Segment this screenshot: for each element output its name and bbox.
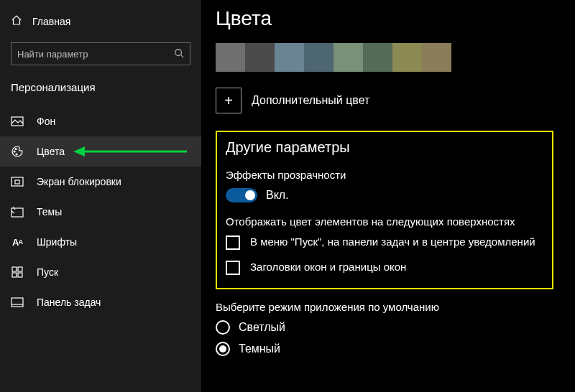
- svg-rect-10: [12, 267, 17, 271]
- color-swatch[interactable]: [363, 43, 392, 72]
- sidebar-item-themes[interactable]: Темы: [0, 197, 201, 227]
- add-custom-color-label: Дополнительный цвет: [252, 94, 369, 107]
- search-input[interactable]: Найти параметр: [11, 42, 190, 65]
- svg-point-3: [15, 149, 17, 150]
- svg-rect-14: [12, 298, 23, 307]
- sidebar-item-label: Панель задач: [37, 297, 101, 308]
- palette-icon: [11, 145, 24, 158]
- radio-light[interactable]: Светлый: [216, 320, 553, 335]
- color-swatch[interactable]: [422, 43, 451, 72]
- sidebar-item-start[interactable]: Пуск: [0, 257, 201, 287]
- svg-rect-13: [18, 273, 22, 277]
- radio-icon: [216, 320, 230, 335]
- checkbox-start-taskbar[interactable]: В меню "Пуск", на панели задач и в центр…: [226, 235, 543, 250]
- svg-point-0: [175, 49, 182, 55]
- sidebar-item-label: Шрифты: [37, 236, 77, 248]
- checkbox-title-bars[interactable]: Заголовки окон и границы окон: [226, 260, 543, 275]
- section-heading: Другие параметры: [226, 139, 543, 156]
- accent-surfaces-label: Отображать цвет элементов на следующих п…: [226, 215, 543, 228]
- search-icon: [174, 48, 184, 60]
- home-link[interactable]: Главная: [0, 7, 201, 35]
- app-mode-label: Выберите режим приложения по умолчанию: [216, 301, 553, 313]
- transparency-label: Эффекты прозрачности: [226, 169, 543, 181]
- sidebar-item-label: Фон: [37, 116, 55, 127]
- sidebar-item-colors[interactable]: Цвета: [0, 136, 201, 167]
- themes-icon: [11, 205, 24, 218]
- taskbar-icon: [11, 296, 24, 309]
- home-icon: [11, 14, 22, 28]
- radio-label: Светлый: [239, 321, 285, 334]
- transparency-toggle[interactable]: [226, 188, 257, 202]
- svg-rect-8: [15, 180, 19, 184]
- sidebar-item-background[interactable]: Фон: [0, 106, 201, 136]
- sidebar-item-label: Цвета: [37, 146, 65, 157]
- svg-marker-6: [73, 146, 85, 157]
- checkbox-icon: [226, 261, 240, 275]
- color-swatch-row: [216, 43, 553, 72]
- start-icon: [11, 266, 24, 279]
- color-swatch[interactable]: [216, 43, 245, 72]
- annotation-arrow-icon: [72, 144, 187, 159]
- color-swatch[interactable]: [334, 43, 363, 72]
- svg-point-2: [14, 151, 15, 152]
- checkbox-label: Заголовки окон и границы окон: [250, 260, 406, 274]
- toggle-state-label: Вкл.: [266, 189, 289, 202]
- sidebar-item-label: Экран блокировки: [37, 176, 121, 187]
- annotation-highlight-box: Другие параметры Эффекты прозрачности Вк…: [216, 131, 553, 289]
- search-placeholder: Найти параметр: [17, 49, 88, 60]
- checkbox-label: В меню "Пуск", на панели задач и в центр…: [250, 235, 535, 249]
- main-panel: Цвета + Дополнительный цвет Другие парам…: [201, 0, 575, 392]
- sidebar-item-label: Темы: [37, 206, 62, 218]
- sidebar-item-fonts[interactable]: AA Шрифты: [0, 227, 201, 257]
- plus-icon: +: [216, 88, 242, 113]
- svg-rect-11: [18, 267, 22, 271]
- lockscreen-icon: [11, 175, 24, 188]
- toggle-knob: [245, 190, 255, 200]
- color-swatch[interactable]: [275, 43, 304, 72]
- sidebar-item-label: Пуск: [37, 266, 58, 278]
- category-title: Персонализация: [0, 77, 201, 106]
- sidebar-item-taskbar[interactable]: Панель задач: [0, 287, 201, 317]
- color-swatch[interactable]: [304, 43, 334, 72]
- home-label: Главная: [32, 16, 70, 27]
- svg-point-4: [16, 154, 17, 155]
- sidebar: Главная Найти параметр Персонализация Фо…: [0, 0, 201, 392]
- radio-label: Темный: [239, 342, 280, 355]
- radio-icon: [216, 342, 230, 356]
- svg-rect-7: [12, 177, 23, 186]
- color-swatch[interactable]: [245, 43, 275, 72]
- color-swatch[interactable]: [392, 43, 422, 72]
- checkbox-icon: [226, 235, 240, 250]
- picture-icon: [11, 115, 24, 128]
- fonts-icon: AA: [11, 235, 24, 248]
- add-custom-color[interactable]: + Дополнительный цвет: [216, 88, 553, 113]
- svg-rect-12: [12, 273, 17, 277]
- sidebar-item-lockscreen[interactable]: Экран блокировки: [0, 167, 201, 197]
- radio-dark[interactable]: Темный: [216, 342, 553, 356]
- page-title: Цвета: [216, 7, 553, 30]
